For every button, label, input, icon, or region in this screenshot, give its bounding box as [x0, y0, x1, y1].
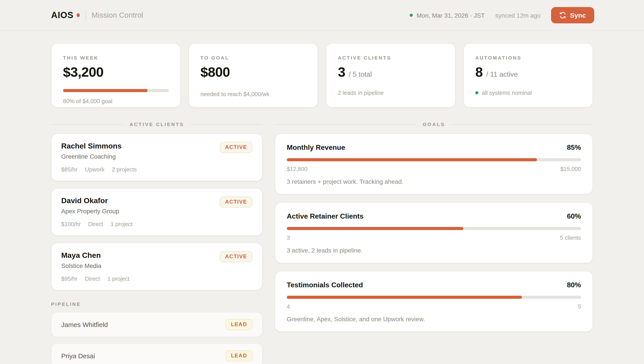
status-badge: ACTIVE — [220, 142, 252, 153]
stat-label: THIS WEEK — [63, 55, 169, 60]
goal-note: Greenline, Apex, Solstice, and one Upwor… — [287, 315, 581, 322]
divider-line — [190, 124, 262, 125]
goal-current-value: 4 — [287, 303, 290, 310]
client-meta: $95/hr Direct 1 project — [61, 275, 252, 282]
stat-card-to-goal: TO GOAL $800 needed to reach $4,000/wk — [188, 43, 318, 108]
client-rate: $100/hr — [61, 221, 80, 227]
client-meta: $100/hr Direct 1 project — [61, 221, 252, 227]
refresh-icon — [560, 12, 566, 19]
lead-badge: LEAD — [226, 319, 252, 330]
client-rate: $85/hr — [61, 166, 78, 173]
goal-progress-bar — [287, 296, 581, 299]
stat-value: $3,200 — [63, 64, 104, 80]
client-rate: $95/hr — [61, 275, 78, 282]
brand-area: AIOS Mission Control — [51, 10, 143, 21]
goal-percent: 80% — [567, 281, 581, 289]
client-source: Direct — [85, 275, 100, 282]
lead-name: Priya Desai — [61, 352, 95, 359]
brand-logo: AIOS — [51, 10, 80, 20]
status-dot-icon — [410, 14, 412, 17]
goal-percent: 85% — [567, 144, 581, 152]
pipeline-title: PIPELINE — [51, 301, 262, 307]
client-projects: 2 projects — [112, 166, 137, 173]
goal-progress-fill — [287, 227, 464, 230]
divider-line — [51, 124, 123, 125]
stat-card-active-clients: ACTIVE CLIENTS 3 / 5 total 2 leads in pi… — [326, 43, 456, 108]
stat-label: ACTIVE CLIENTS — [338, 55, 444, 60]
goal-card-testimonials-collected: Testimonials Collected 80% 4 5 Greenline… — [275, 271, 593, 332]
clients-section-title: ACTIVE CLIENTS — [130, 122, 184, 127]
goal-note: 3 retainers + project work. Tracking ahe… — [287, 178, 581, 185]
goal-progress-fill — [287, 296, 522, 299]
week-progress-bar — [63, 89, 169, 92]
brand-dot-icon — [77, 13, 80, 17]
lead-badge: LEAD — [226, 350, 252, 361]
client-card-david-okafor[interactable]: David Okafor Apex Property Group ACTIVE … — [51, 188, 262, 236]
stat-subtext: 2 leads in pipeline — [338, 90, 444, 96]
stat-label: TO GOAL — [200, 55, 306, 60]
client-company: Solstice Media — [61, 262, 101, 270]
pipeline-row-james-whitfield[interactable]: James Whitfield LEAD — [51, 312, 262, 337]
sync-button[interactable]: Sync — [551, 7, 594, 23]
pipeline-row-priya-desai[interactable]: Priya Desai LEAD — [51, 343, 262, 364]
stat-value: 8 — [475, 64, 483, 80]
goal-name: Monthly Revenue — [287, 143, 345, 152]
client-source: Direct — [88, 221, 103, 227]
top-bar: AIOS Mission Control Mon, Mar 31, 2026 ·… — [0, 0, 644, 31]
stat-subtext-label: all systems nominal — [482, 90, 532, 96]
stat-label: AUTOMATIONS — [475, 55, 581, 60]
goal-progress-bar — [287, 158, 581, 161]
client-meta: $85/hr Upwork 2 projects — [61, 166, 252, 173]
goal-name: Testimonials Collected — [287, 281, 363, 289]
goal-current-value: $12,800 — [287, 166, 308, 172]
date-label: Mon, Mar 31, 2026 · JST — [416, 12, 485, 19]
stat-subtext: all systems nominal — [475, 90, 581, 96]
client-name: Rachel Simmons — [61, 142, 122, 151]
goals-section-title: GOALS — [423, 122, 445, 127]
header-status-area: Mon, Mar 31, 2026 · JST synced 12m ago S… — [410, 7, 594, 23]
client-name: David Okafor — [61, 197, 119, 205]
goal-note: 3 active, 2 leads in pipeline. — [287, 247, 581, 254]
dashboard-page: AIOS Mission Control Mon, Mar 31, 2026 ·… — [0, 0, 644, 364]
stat-value: $800 — [200, 64, 230, 80]
lead-name: James Whitfield — [61, 321, 108, 328]
header-divider — [86, 10, 86, 21]
goal-target-value: 5 clients — [560, 234, 581, 241]
status-badge: ACTIVE — [220, 197, 252, 208]
main-content: THIS WEEK $3,200 80% of $4,000 goal TO G… — [0, 31, 644, 364]
client-company: Greenline Coaching — [61, 153, 122, 160]
goal-card-active-retainer-clients: Active Retainer Clients 60% 3 5 clients … — [275, 202, 593, 263]
client-card-maya-chen[interactable]: Maya Chen Solstice Media ACTIVE $95/hr D… — [51, 243, 262, 290]
goal-target-value: 5 — [578, 303, 581, 310]
stat-card-automations: AUTOMATIONS 8 / 11 active all systems no… — [464, 43, 593, 108]
stat-card-this-week: THIS WEEK $3,200 80% of $4,000 goal — [51, 43, 180, 108]
client-name: Maya Chen — [61, 251, 101, 260]
goal-card-monthly-revenue: Monthly Revenue 85% $12,800 $15,000 3 re… — [275, 134, 593, 194]
status-badge: ACTIVE — [220, 251, 252, 262]
goal-progress-bar — [287, 227, 581, 230]
page-title: Mission Control — [92, 11, 143, 20]
stat-subtext: 80% of $4,000 goal — [63, 98, 169, 104]
clients-column: ACTIVE CLIENTS Rachel Simmons Greenline … — [51, 122, 262, 364]
synced-label: synced 12m ago — [495, 12, 540, 19]
brand-name: AIOS — [51, 10, 74, 20]
client-source: Upwork — [85, 166, 104, 173]
divider-line — [451, 124, 593, 125]
client-card-rachel-simmons[interactable]: Rachel Simmons Greenline Coaching ACTIVE… — [51, 134, 262, 181]
goal-current-value: 3 — [287, 234, 290, 241]
goals-section-header: GOALS — [275, 122, 593, 127]
columns-area: ACTIVE CLIENTS Rachel Simmons Greenline … — [51, 122, 593, 364]
client-company: Apex Property Group — [61, 208, 119, 215]
stat-value: 3 — [338, 64, 345, 80]
goal-percent: 60% — [567, 212, 581, 220]
stat-subtext: needed to reach $4,000/wk — [200, 91, 306, 97]
goals-column: GOALS Monthly Revenue 85% $12,800 $15,00… — [275, 122, 593, 364]
goal-target-value: $15,000 — [560, 166, 581, 172]
divider-line — [275, 124, 416, 125]
stats-row: THIS WEEK $3,200 80% of $4,000 goal TO G… — [51, 43, 593, 108]
clients-section-header: ACTIVE CLIENTS — [51, 122, 262, 127]
sync-button-label: Sync — [570, 12, 586, 19]
goal-name: Active Retainer Clients — [287, 212, 364, 220]
goal-progress-fill — [287, 158, 537, 161]
stat-suffix: / 5 total — [349, 71, 372, 79]
